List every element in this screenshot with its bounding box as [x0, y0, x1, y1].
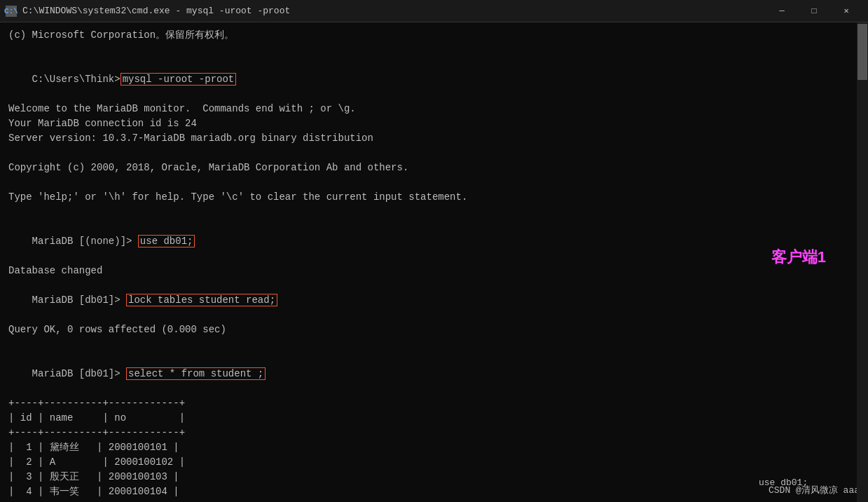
mariadb-none-prompt: MariaDB [(none)]>: [32, 236, 138, 247]
blank-line-5: [8, 337, 860, 352]
scrollbar-track[interactable]: use db01;: [857, 22, 868, 502]
title-bar: C:\ C:\WINDOWS\system32\cmd.exe - mysql …: [0, 0, 868, 22]
table-sep-2: +----+----------+------------+: [8, 426, 860, 440]
terminal-content: (c) Microsoft Corporation。保留所有权利。 C:\Use…: [0, 22, 868, 502]
select-cmd: select * from student ;: [126, 367, 266, 380]
typehelp-line: Type 'help;' or '\h' for help. Type '\c'…: [8, 190, 860, 205]
blank-line-3: [8, 175, 860, 190]
mariadb-db01-prompt-1: MariaDB [db01]>: [32, 294, 126, 306]
table-header: | id | name | no |: [8, 411, 860, 426]
query-ok-1: Query OK, 0 rows affected (0.000 sec): [8, 323, 860, 337]
lock-tables-prompt: MariaDB [db01]> lock tables student read…: [8, 278, 860, 323]
table-row-4: | 4 | 韦一笑 | 2000100104 |: [8, 484, 860, 499]
maximize-button[interactable]: □: [798, 0, 830, 22]
blank-line-4: [8, 205, 860, 219]
conn-id-line: Your MariaDB connection id is 24: [8, 116, 860, 131]
minimize-button[interactable]: ─: [766, 0, 798, 22]
table-row-3: | 3 | 殷天正 | 2000100103 |: [8, 470, 860, 484]
window-icon: C:\: [6, 6, 17, 17]
table-row-1: | 1 | 黛绮丝 | 2000100101 |: [8, 440, 860, 455]
window-title: C:\WINDOWS\system32\cmd.exe - mysql -uro…: [22, 6, 766, 16]
db-changed-line: Database changed: [8, 264, 860, 278]
blank-line-2: [8, 146, 860, 161]
ms-copyright-line: (c) Microsoft Corporation。保留所有权利。: [8, 28, 860, 43]
scroll-bottom-hint: use db01;: [759, 477, 808, 488]
mariadb-db01-prompt-2: MariaDB [db01]>: [32, 368, 126, 379]
use-db01-cmd: use db01;: [138, 235, 195, 247]
prompt-path-1: C:\Users\Think>: [32, 74, 120, 85]
scrollbar-thumb[interactable]: [857, 24, 867, 80]
table-sep-3: +----+----------+------------+: [8, 499, 860, 502]
select-prompt: MariaDB [db01]> select * from student ;: [8, 352, 860, 396]
copyright-line: Copyright (c) 2000, 2018, Oracle, MariaD…: [8, 161, 860, 175]
lock-tables-cmd: lock tables student read;: [126, 294, 277, 306]
client-label: 客户端1: [771, 247, 826, 268]
use-db01-prompt: MariaDB [(none)]> use db01;: [8, 219, 860, 264]
welcome-line: Welcome to the MariaDB monitor. Commands…: [8, 102, 860, 116]
mysql-login-cmd: mysql -uroot -proot: [120, 73, 237, 86]
version-line: Server version: 10.3.7-MariaDB mariadb.o…: [8, 131, 860, 146]
table-sep-1: +----+----------+------------+: [8, 396, 860, 411]
blank-line-1: [8, 43, 860, 57]
window-controls: ─ □ ✕: [766, 0, 862, 22]
mysql-login-prompt: C:\Users\Think>mysql -uroot -proot: [8, 57, 860, 102]
table-row-2: | 2 | A | 2000100102 |: [8, 455, 860, 470]
close-button[interactable]: ✕: [830, 0, 862, 22]
